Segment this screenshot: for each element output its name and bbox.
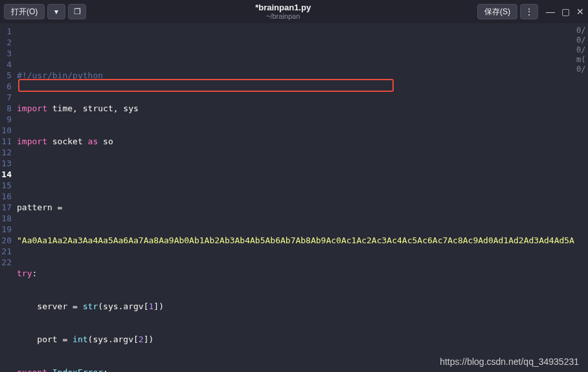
window-title-area: *brainpan1.py ~/brainpan	[89, 3, 477, 21]
open-button[interactable]: 打开(O)	[4, 4, 45, 19]
line-number-gutter: 123 456 789 101112 131415 161718 192021 …	[0, 23, 16, 372]
code-content[interactable]: #!/usr/bin/python import time, struct, s…	[16, 23, 588, 372]
close-icon[interactable]: ✕	[576, 6, 584, 17]
highlight-box	[18, 79, 394, 92]
document-path: ~/brainpan	[266, 12, 300, 21]
maximize-icon[interactable]: ▢	[561, 6, 570, 17]
pattern-highlighted: Aa0Aa1Aa2Aa3Aa4Aa5Aa6Aa7Aa8Aa9Ab0Ab1Ab2A…	[22, 235, 392, 245]
save-button[interactable]: 保存(S)	[477, 4, 517, 19]
shebang: #!/usr/bin/python	[17, 71, 103, 80]
window-controls: — ▢ ✕	[546, 6, 584, 17]
menu-button[interactable]: ⋮	[520, 4, 538, 19]
editor-area[interactable]: 123 456 789 101112 131415 161718 192021 …	[0, 23, 588, 372]
new-file-button[interactable]: ❐	[68, 4, 86, 19]
document-title: *brainpan1.py	[255, 3, 311, 13]
watermark: https://blog.csdn.net/qq_34935231	[440, 356, 579, 367]
open-dropdown[interactable]: ▾	[47, 4, 65, 19]
titlebar: 打开(O) ▾ ❐ *brainpan1.py ~/brainpan 保存(S)…	[0, 0, 588, 23]
minimize-icon[interactable]: —	[546, 6, 555, 17]
